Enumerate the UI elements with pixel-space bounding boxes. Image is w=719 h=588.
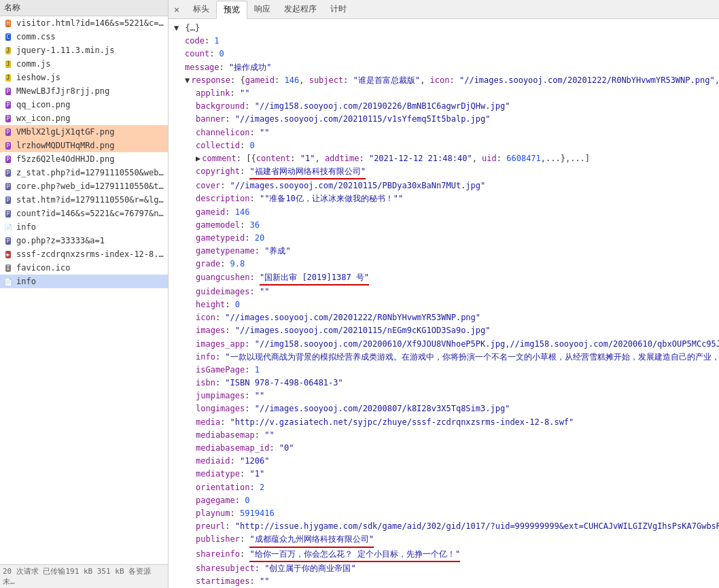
sidebar-item-label: VMblX2lgLjX1qtGF.png <box>16 127 115 137</box>
json-line: collectid: 0 <box>174 139 714 152</box>
json-line: grade: 9.8 <box>174 258 714 271</box>
json-line: sharesubject: "创立属于你的商业帝国" <box>174 562 714 575</box>
file-icon: J <box>3 58 14 69</box>
json-line: longimages: "//images.sooyooj.com/202008… <box>174 402 714 415</box>
file-icon: P <box>3 181 14 192</box>
file-icon: P <box>3 86 14 97</box>
file-icon: ▶ <box>3 249 14 260</box>
json-line: info: "一款以现代商战为背景的模拟经营养成类游戏。在游戏中，你将扮演一个不… <box>174 351 714 364</box>
sidebar-item-label: info <box>16 222 36 232</box>
json-line: ▼ response: {gameid: 146, subject: "谁是首富… <box>174 74 714 87</box>
sidebar-item[interactable]: Ccomm.css <box>0 30 168 44</box>
json-line: startimages: "" <box>174 575 714 588</box>
json-line: media: "http://v.gzasiatech.net/syjpc/zh… <box>174 416 714 429</box>
sidebar-item[interactable]: 📄info <box>0 220 168 234</box>
file-icon: P <box>3 235 14 246</box>
json-line: guideimages: "" <box>174 286 714 298</box>
json-line: mediabasemap: "" <box>174 429 714 442</box>
sidebar-item[interactable]: Pgo.php?z=33333&a=1 <box>0 234 168 247</box>
json-line: message: "操作成功" <box>174 61 714 74</box>
file-icon: P <box>3 126 14 137</box>
sidebar-item-label: comm.js <box>16 59 51 69</box>
json-line: code: 1 <box>174 35 714 48</box>
sidebar-item[interactable]: 📄info <box>0 275 168 288</box>
json-line: ▼ {…} <box>174 22 714 35</box>
sidebar-item[interactable]: Jcomm.js <box>0 57 168 71</box>
json-line: publisher: "成都蕴众九州网络科技有限公司" <box>174 533 714 547</box>
json-line: shareinfo: "给你一百万，你会怎么花？ 定个小目标，先挣一个亿！" <box>174 548 714 562</box>
file-icon: P <box>3 154 14 165</box>
sidebar-header: 名称 <box>0 0 168 16</box>
json-line: applink: "" <box>174 87 714 100</box>
main-panel: × 标头预览响应发起程序计时 ▼ {…}code: 1count: 0messa… <box>169 0 719 588</box>
sidebar-item-label: stat.htm?id=12791110550&r=&lg=zh-... <box>16 195 165 205</box>
file-icon: J <box>3 45 14 56</box>
tab-发起程序[interactable]: 发起程序 <box>277 1 323 18</box>
tab-响应[interactable]: 响应 <box>247 1 277 18</box>
json-line: gameid: 146 <box>174 206 714 219</box>
sidebar-item-label: count?id=146&s=5221&c=76797&no... <box>16 209 165 218</box>
json-line: banner: "//images.sooyooj.com/20210115/v… <box>174 113 714 126</box>
sidebar-item-label: z_stat.php?id=12791110550&web_id=... <box>16 168 165 177</box>
json-area: ▼ {…}code: 1count: 0message: "操作成功"▼ res… <box>169 19 719 588</box>
tab-预览[interactable]: 预览 <box>216 1 247 19</box>
sidebar-item-label: go.php?z=33333&a=1 <box>16 236 105 245</box>
sidebar-item[interactable]: Pstat.htm?id=12791110550&r=&lg=zh-... <box>0 193 168 207</box>
file-icon: P <box>3 99 14 110</box>
sidebar-item-label: jquery-1.11.3.min.js <box>16 46 115 55</box>
tab-计时[interactable]: 计时 <box>323 1 353 18</box>
file-icon: 📄 <box>3 222 14 232</box>
sidebar-item-label: qq_icon.png <box>16 100 70 109</box>
sidebar-item[interactable]: Pcore.php?web_id=12791110550&t=z <box>0 179 168 193</box>
file-icon: C <box>3 31 14 42</box>
sidebar-item-label: favicon.ico <box>16 263 70 273</box>
sidebar-item-label: ieshow.js <box>16 73 60 82</box>
sidebar-item[interactable]: Pf5zz6Q2le4OdHHJD.png <box>0 152 168 166</box>
sidebar-item[interactable]: Hvisitor.html?id=146&s=5221&c=76797 <box>0 16 168 30</box>
sidebar-item-label: sssf-zcdrqnxzsrms-index-12-8.mp4 <box>16 249 165 259</box>
sidebar-item[interactable]: Pqq_icon.png <box>0 98 168 111</box>
sidebar-item[interactable]: PMNewLBJfJjr8rjj.png <box>0 84 168 98</box>
json-line: background: "//img158.sooyooj.com/201902… <box>174 100 714 113</box>
sidebar-item[interactable]: Pwx_icon.png <box>0 111 168 125</box>
sidebar-item[interactable]: PVMblX2lgLjX1qtGF.png <box>0 125 168 139</box>
json-line: mediabasemap_id: "0" <box>174 442 714 455</box>
json-line: description: ""准备10亿，让冰冰来做我的秘书！"" <box>174 192 714 205</box>
sidebar-item-label: wx_icon.png <box>16 114 70 123</box>
sidebar-item[interactable]: Jjquery-1.11.3.min.js <box>0 44 168 57</box>
json-line: gametypeid: 20 <box>174 232 714 245</box>
sidebar-item[interactable]: Pz_stat.php?id=12791110550&web_id=... <box>0 166 168 179</box>
json-line: mediaid: "1206" <box>174 455 714 468</box>
file-icon: I <box>3 262 14 273</box>
sidebar-item[interactable]: PlrzhowMQDUTHqMRd.png <box>0 139 168 152</box>
sidebar-item[interactable]: Jieshow.js <box>0 71 168 84</box>
file-icon: P <box>3 167 14 178</box>
sidebar-item[interactable]: ▶sssf-zcdrqnxzsrms-index-12-8.mp4 <box>0 247 168 261</box>
file-icon: P <box>3 140 14 151</box>
file-icon: P <box>3 208 14 219</box>
json-line: gamemodel: 36 <box>174 219 714 232</box>
file-icon: P <box>3 113 14 124</box>
sidebar-item-label: MNewLBJfJjr8rjj.png <box>16 86 109 96</box>
sidebar: 名称 Hvisitor.html?id=146&s=5221&c=76797Cc… <box>0 0 169 588</box>
json-line: height: 0 <box>174 298 714 311</box>
json-line: gametypename: "养成" <box>174 245 714 258</box>
json-line: count: 0 <box>174 48 714 60</box>
sidebar-item[interactable]: Pcount?id=146&s=5221&c=76797&no... <box>0 207 168 220</box>
json-line: mediatype: "1" <box>174 468 714 481</box>
sidebar-item[interactable]: Ifavicon.ico <box>0 261 168 275</box>
sidebar-item-label: f5zz6Q2le4OdHHJD.png <box>16 154 115 164</box>
file-icon: P <box>3 194 14 205</box>
json-line: copyright: "福建省网动网络科技有限公司" <box>174 165 714 179</box>
sidebar-item-label: info <box>16 277 36 286</box>
sidebar-footer: 20 次请求 已传输191 kB 351 kB 各资源 未… <box>0 564 168 588</box>
json-line: guangcushen: "国新出审 [2019]1387 号" <box>174 271 714 286</box>
sidebar-list: Hvisitor.html?id=146&s=5221&c=76797Ccomm… <box>0 16 168 564</box>
json-line: isbn: "ISBN 978-7-498-06481-3" <box>174 377 714 390</box>
sidebar-item-label: visitor.html?id=146&s=5221&c=76797 <box>16 18 165 28</box>
tab-标头[interactable]: 标头 <box>186 1 216 18</box>
tab-close-button[interactable]: × <box>171 4 182 15</box>
json-line: images: "//images.sooyooj.com/20210115/n… <box>174 324 714 337</box>
json-line: jumpimages: "" <box>174 390 714 402</box>
json-line: icon: "//images.sooyooj.com/20201222/R0N… <box>174 311 714 324</box>
